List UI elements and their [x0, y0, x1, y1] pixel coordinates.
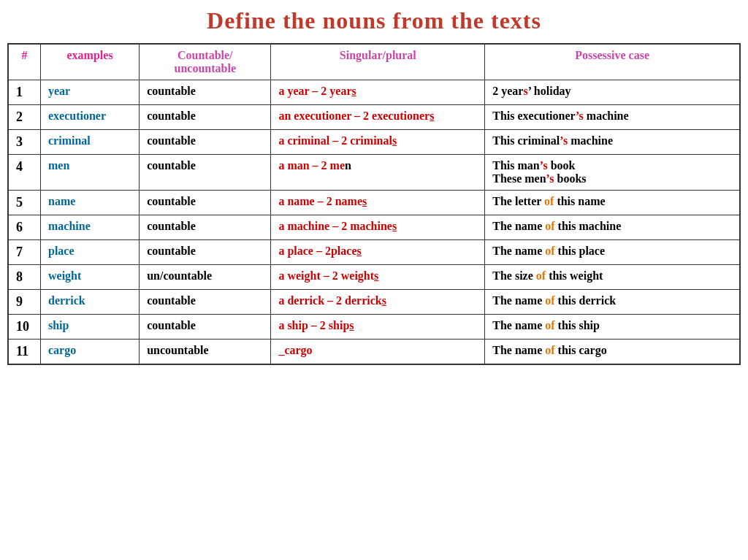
singular-plural-value: _cargo	[271, 340, 485, 365]
possessive-value: The name of this cargo	[485, 340, 740, 365]
countable-value: countable	[140, 80, 271, 105]
table-row: 7placecountablea place – 2placesThe name…	[8, 240, 740, 265]
header-row: # examples Countable/uncountable Singula…	[8, 44, 740, 80]
header-examples: examples	[40, 44, 139, 80]
singular-plural-value: a name – 2 names	[271, 191, 485, 215]
row-number: 11	[8, 340, 40, 365]
possessive-value: The name of this place	[485, 240, 740, 265]
countable-value: countable	[140, 215, 271, 240]
singular-plural-value: a machine – 2 machines	[271, 215, 485, 240]
possessive-value: 2 years’ holiday	[485, 80, 740, 105]
possessive-value: The name of this ship	[485, 315, 740, 340]
table-row: 8weightun/countablea weight – 2 weightsT…	[8, 265, 740, 290]
example-word: weight	[40, 265, 139, 290]
header-hash: #	[8, 44, 40, 80]
table-row: 1yearcountablea year – 2 years2 years’ h…	[8, 80, 740, 105]
singular-plural-value: a weight – 2 weights	[271, 265, 485, 290]
possessive-value: This criminal’s machine	[485, 130, 740, 155]
singular-plural-value: a place – 2places	[271, 240, 485, 265]
countable-value: countable	[140, 240, 271, 265]
example-word: criminal	[40, 130, 139, 155]
header-countable: Countable/uncountable	[140, 44, 271, 80]
example-word: derrick	[40, 290, 139, 315]
table-row: 9derrickcountablea derrick – 2 derricksT…	[8, 290, 740, 315]
row-number: 1	[8, 80, 40, 105]
table-row: 2executionercountablean executioner – 2 …	[8, 105, 740, 130]
singular-plural-value: an executioner – 2 executioners	[271, 105, 485, 130]
row-number: 5	[8, 191, 40, 215]
table-row: 11cargouncountable_cargoThe name of this…	[8, 340, 740, 365]
row-number: 4	[8, 155, 40, 191]
example-word: ship	[40, 315, 139, 340]
singular-plural-value: a criminal – 2 criminals	[271, 130, 485, 155]
countable-value: uncountable	[140, 340, 271, 365]
possessive-value: The size of this weight	[485, 265, 740, 290]
countable-value: countable	[140, 130, 271, 155]
table-row: 6machinecountablea machine – 2 machinesT…	[8, 215, 740, 240]
header-possessive: Possessive case	[485, 44, 740, 80]
page-title: Define the nouns from the texts	[207, 7, 541, 34]
possessive-value: This man’s bookThese men’s books	[485, 155, 740, 191]
singular-plural-value: a ship – 2 ships	[271, 315, 485, 340]
singular-plural-value: a year – 2 years	[271, 80, 485, 105]
row-number: 9	[8, 290, 40, 315]
table-row: 4mencountablea man – 2 menThis man’s boo…	[8, 155, 740, 191]
row-number: 7	[8, 240, 40, 265]
possessive-value: The letter of this name	[485, 191, 740, 215]
example-word: machine	[40, 215, 139, 240]
countable-value: countable	[140, 105, 271, 130]
countable-value: un/countable	[140, 265, 271, 290]
possessive-value: The name of this machine	[485, 215, 740, 240]
example-word: year	[40, 80, 139, 105]
row-number: 6	[8, 215, 40, 240]
singular-plural-value: a derrick – 2 derricks	[271, 290, 485, 315]
table-row: 10shipcountablea ship – 2 shipsThe name …	[8, 315, 740, 340]
example-word: place	[40, 240, 139, 265]
row-number: 10	[8, 315, 40, 340]
table-row: 3criminalcountablea criminal – 2 crimina…	[8, 130, 740, 155]
row-number: 2	[8, 105, 40, 130]
singular-plural-value: a man – 2 men	[271, 155, 485, 191]
countable-value: countable	[140, 155, 271, 191]
example-word: executioner	[40, 105, 139, 130]
nouns-table: # examples Countable/uncountable Singula…	[7, 43, 741, 365]
header-singular: Singular/plural	[271, 44, 485, 80]
row-number: 8	[8, 265, 40, 290]
row-number: 3	[8, 130, 40, 155]
example-word: name	[40, 191, 139, 215]
example-word: cargo	[40, 340, 139, 365]
possessive-value: This executioner’s machine	[485, 105, 740, 130]
countable-value: countable	[140, 315, 271, 340]
example-word: men	[40, 155, 139, 191]
countable-value: countable	[140, 290, 271, 315]
countable-value: countable	[140, 191, 271, 215]
table-row: 5namecountablea name – 2 namesThe letter…	[8, 191, 740, 215]
possessive-value: The name of this derrick	[485, 290, 740, 315]
